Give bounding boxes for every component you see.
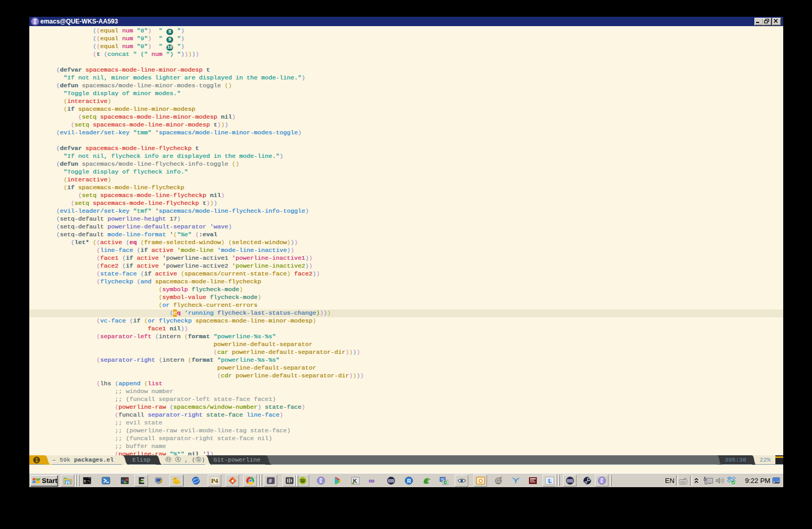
svg-text:∞: ∞ [369, 476, 375, 485]
svg-text:C:\: C:\ [84, 480, 91, 484]
svg-text:1: 1 [35, 457, 38, 463]
svg-text:O: O [479, 478, 483, 484]
svg-text:L: L [548, 478, 552, 484]
svg-text:P4: P4 [211, 477, 218, 485]
svg-text:R: R [407, 478, 411, 484]
svg-text:#: # [269, 478, 272, 484]
